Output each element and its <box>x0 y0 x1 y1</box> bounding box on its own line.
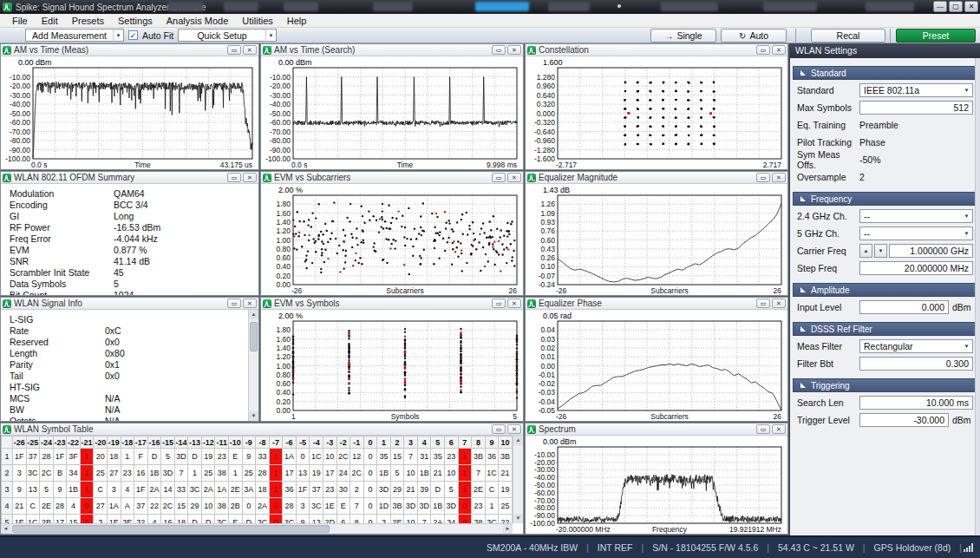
panel-float-button[interactable]: ▭ <box>227 173 241 182</box>
input-step-freq[interactable]: 20.000000 MHz <box>859 261 973 275</box>
titlebar-tab[interactable] <box>661 2 718 11</box>
panel-close-button[interactable]: ✕ <box>772 299 786 308</box>
scroll-thumb[interactable] <box>250 322 258 351</box>
input-trigger-level[interactable]: -30.000 <box>859 413 949 427</box>
section-header-amplitude[interactable]: Amplitude <box>793 283 977 297</box>
scroll-right-icon[interactable]: ► <box>503 524 513 534</box>
panel-header-evm-vs-symbols[interactable]: EVM vs Symbols▭✕ <box>261 298 523 310</box>
panel-float-button[interactable]: ▭ <box>492 173 506 182</box>
scroll-down-icon[interactable]: ▼ <box>249 411 258 421</box>
panel-close-button[interactable]: ✕ <box>772 424 786 434</box>
panel-close-button[interactable]: ✕ <box>507 299 521 308</box>
panel-header-wlan-802-11-ofdm-summary[interactable]: WLAN 802.11 OFDM Summary▭✕ <box>1 172 258 184</box>
menu-utilities[interactable]: Utilities <box>235 16 279 26</box>
panel-float-button[interactable]: ▭ <box>756 299 770 308</box>
panel-header-wlan-signal-info[interactable]: WLAN Signal Info▭✕ <box>1 298 258 310</box>
panel-float-button[interactable]: ▭ <box>756 45 770 55</box>
panel-close-button[interactable]: ✕ <box>507 45 521 55</box>
preset-button[interactable]: Preset <box>896 29 976 43</box>
sidebar-scrollbar[interactable] <box>975 58 980 535</box>
spin-down-button[interactable]: ▼ <box>874 244 887 258</box>
panel-close-button[interactable]: ✕ <box>772 173 786 182</box>
section-header-dsss-ref-filter[interactable]: DSSS Ref Filter <box>793 322 977 336</box>
titlebar-tab[interactable] <box>167 2 204 11</box>
chart-canvas-evm_sub[interactable]: 1.801.601.401.201.000.800.600.400.200.00… <box>261 184 523 295</box>
panel-close-button[interactable]: ✕ <box>243 173 257 182</box>
section-header-standard[interactable]: Standard <box>793 66 977 80</box>
panel-float-button[interactable]: ▭ <box>227 299 241 308</box>
panel-header-equalizer-phase[interactable]: Equalizer Phase▭✕ <box>526 298 787 310</box>
input-carrier-freq[interactable]: 1.000000 GHz <box>889 244 973 258</box>
recal-button[interactable]: Recal <box>811 29 885 43</box>
titlebar-tab[interactable] <box>548 2 590 11</box>
titlebar-tab[interactable] <box>224 2 258 11</box>
menu-presets[interactable]: Presets <box>65 16 111 26</box>
chart-canvas-evm_sym[interactable]: 1.801.601.401.201.000.800.600.400.200.00… <box>261 310 523 421</box>
titlebar-tab[interactable] <box>763 2 817 11</box>
menu-edit[interactable]: Edit <box>35 16 65 26</box>
input-input-level[interactable]: 0.000 <box>859 300 949 314</box>
titlebar-tab[interactable] <box>373 2 413 11</box>
dropdown-5-ghz-ch[interactable]: --▼ <box>859 226 973 240</box>
chart-canvas-eq_phase[interactable]: 0.040.030.020.010.00-0.01-0.02-0.03-0.04… <box>526 310 787 421</box>
titlebar-tab[interactable] <box>866 2 914 11</box>
signal-info-scrollbar[interactable]: ▲▼ <box>248 310 258 421</box>
menu-file[interactable]: File <box>5 16 35 26</box>
menu-settings[interactable]: Settings <box>111 16 160 26</box>
panel-header-constellation[interactable]: Constellation▭✕ <box>526 44 787 56</box>
panel-header-am-vs-time-meas[interactable]: AM vs Time (Meas)▭✕ <box>1 44 258 56</box>
spin-up-button[interactable]: ▲ <box>859 244 872 258</box>
panel-float-button[interactable]: ▭ <box>492 424 506 434</box>
dropdown-meas-filter[interactable]: Rectangular▼ <box>859 339 973 353</box>
section-header-triggering[interactable]: Triggering <box>793 378 977 392</box>
symbol-table-hscrollbar[interactable]: ◄► <box>1 523 513 534</box>
menu-analysis-mode[interactable]: Analysis Mode <box>160 16 236 26</box>
panel-header-am-vs-time-search[interactable]: AM vs Time (Search)▭✕ <box>261 44 523 56</box>
panel-header-evm-vs-subcarriers[interactable]: EVM vs Subcarriers▭✕ <box>261 172 523 184</box>
input-search-len[interactable]: 10.000 ms <box>859 396 973 410</box>
panel-float-button[interactable]: ▭ <box>227 45 241 55</box>
minimize-button[interactable]: — <box>933 1 947 12</box>
symbol-table-scroll-area[interactable]: -26-25-24-23-22-21-20-19-18-17-16-15-14-… <box>1 436 513 523</box>
symbol-table-vscrollbar[interactable]: ▲▼ <box>513 436 523 523</box>
panel-close-button[interactable]: ✕ <box>243 299 257 308</box>
panel-close-button[interactable]: ✕ <box>243 45 257 55</box>
panel-float-button[interactable]: ▭ <box>492 299 506 308</box>
panel-float-button[interactable]: ▭ <box>492 45 506 55</box>
scroll-left-icon[interactable]: ◄ <box>1 524 10 534</box>
info-value: BCC 3/4 <box>114 200 148 211</box>
panel-close-button[interactable]: ✕ <box>772 45 786 55</box>
panel-float-button[interactable]: ▭ <box>756 173 770 182</box>
dropdown-2-4-ghz-ch[interactable]: --▼ <box>859 209 973 223</box>
input-max-symbols[interactable]: 512 <box>859 101 973 115</box>
chart-canvas-eq_mag[interactable]: 1.261.090.930.760.600.430.260.10-0.07-0.… <box>526 184 787 295</box>
chart-canvas-am_search[interactable]: -10.00-20.00-30.00-40.00-50.00-60.00-70.… <box>261 56 523 169</box>
chart-canvas-constellation[interactable]: 1.2800.9600.6400.3200.000-0.320-0.640-0.… <box>526 56 787 169</box>
scroll-thumb[interactable] <box>12 525 330 533</box>
panel-close-button[interactable]: ✕ <box>507 173 521 182</box>
quick-setup-dropdown[interactable]: Quick Setup ▼ <box>178 29 277 42</box>
maximize-button[interactable]: ▢ <box>949 1 963 12</box>
single-button[interactable]: → Single <box>650 29 716 43</box>
chart-canvas-am_meas[interactable]: -10.00-20.00-30.00-40.00-50.00-60.00-70.… <box>1 56 258 169</box>
add-measurement-dropdown[interactable]: Add Measurement ▼ <box>25 29 124 42</box>
auto-button[interactable]: ↻ Auto <box>721 29 787 43</box>
titlebar-tab-active[interactable] <box>475 2 529 11</box>
close-button[interactable]: ✕ <box>964 1 978 12</box>
scroll-up-icon[interactable]: ▲ <box>513 436 523 445</box>
titlebar-tab[interactable] <box>284 2 318 11</box>
section-header-frequency[interactable]: Frequency <box>793 192 977 206</box>
panel-header-equalizer-magnitude[interactable]: Equalizer Magnitude▭✕ <box>526 172 787 184</box>
chart-canvas-spectrum[interactable]: -10.00-20.00-30.00-40.00-50.00-60.00-70.… <box>526 436 787 534</box>
menu-help[interactable]: Help <box>280 16 314 26</box>
panel-header-wlan-symbol-table[interactable]: WLAN Symbol Table▭✕ <box>1 423 523 436</box>
panel-float-button[interactable]: ▭ <box>756 424 770 434</box>
scroll-down-icon[interactable]: ▼ <box>513 514 523 523</box>
panel-close-button[interactable]: ✕ <box>507 424 521 434</box>
dropdown-standard[interactable]: IEEE 802.11a▼ <box>859 83 973 97</box>
panel-header-spectrum[interactable]: Spectrum▭✕ <box>526 423 787 436</box>
auto-fit-checkbox[interactable]: ✓ <box>128 30 138 40</box>
input-filter-bbt[interactable]: 0.300 <box>859 357 973 371</box>
symbol-cell: 2A <box>431 515 445 524</box>
scroll-up-icon[interactable]: ▲ <box>249 310 258 319</box>
